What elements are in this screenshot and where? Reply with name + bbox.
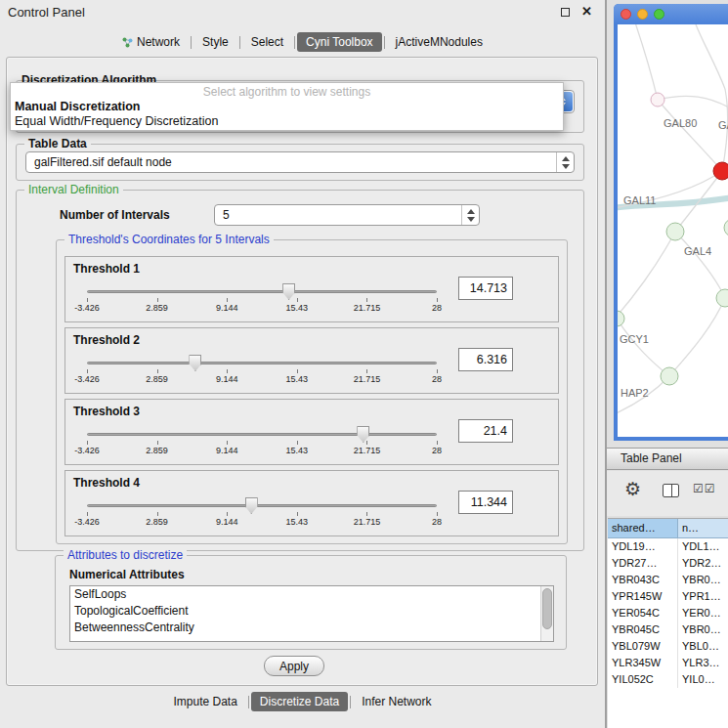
network-icon xyxy=(122,37,133,48)
network-node[interactable] xyxy=(724,219,728,236)
table-row[interactable]: YLR345WYLR3… xyxy=(608,655,728,671)
slider-track[interactable] xyxy=(87,433,437,436)
slider-tick xyxy=(366,512,367,516)
minimize-traffic-icon[interactable] xyxy=(637,9,648,20)
close-traffic-icon[interactable] xyxy=(621,9,631,20)
threshold-slider[interactable]: -3.4262.8599.14415.4321.71528 xyxy=(87,425,437,462)
tab-cyni-toolbox[interactable]: Cyni Toolbox xyxy=(297,32,381,52)
network-node-label: GCY1 xyxy=(620,333,649,345)
right-panel-area: GAL80GAGAL11GAL4GCY1HAP2 Table Panel ⚙ ☑… xyxy=(606,0,728,728)
slider-tick xyxy=(437,441,438,445)
tab-impute-data[interactable]: Impute Data xyxy=(164,692,245,711)
slider-tick-label: -3.426 xyxy=(74,374,100,384)
slider-tick-label: 28 xyxy=(432,374,442,384)
apply-button[interactable]: Apply xyxy=(264,656,324,676)
dropdown-option-equal-width-frequency-discretization[interactable]: Equal Width/Frequency Discretization xyxy=(11,114,563,129)
slider-tick-label: 9.144 xyxy=(216,446,238,455)
table-data-combobox[interactable]: galFiltered.sif default node xyxy=(25,151,575,173)
interval-definition-group-label: Interval Definition xyxy=(24,183,123,196)
attributes-group-label: Attributes to discretize xyxy=(64,548,187,562)
threshold-value-input[interactable]: 14.713 xyxy=(458,277,513,300)
network-view-window[interactable]: GAL80GAGAL11GAL4GCY1HAP2 xyxy=(614,4,728,441)
network-node[interactable] xyxy=(618,311,624,326)
table-header-row: shared… n… xyxy=(608,519,728,538)
threshold-slider[interactable]: -3.4262.8599.14415.4321.71528 xyxy=(87,282,437,320)
attributes-group: Attributes to discretize Numerical Attri… xyxy=(55,555,567,650)
slider-tick-label: 9.144 xyxy=(216,374,238,384)
list-item[interactable]: TopologicalCoefficient xyxy=(70,603,553,620)
network-node[interactable] xyxy=(713,162,728,180)
tab-select[interactable]: Select xyxy=(242,32,292,52)
slider-tick xyxy=(437,298,438,302)
tab-separator xyxy=(248,696,249,708)
select-columns-icon[interactable]: ☑☑ xyxy=(693,482,716,495)
threshold-value-input[interactable]: 11.344 xyxy=(458,491,513,514)
threshold-value-input[interactable]: 21.4 xyxy=(458,419,513,443)
network-node[interactable] xyxy=(651,93,664,107)
tab-jactivemnodules[interactable]: jActiveMNodules xyxy=(387,32,492,52)
slider-tick-label: 15.43 xyxy=(286,517,309,527)
tab-label: Style xyxy=(202,35,229,49)
table-row[interactable]: YBL079WYBL0… xyxy=(608,638,728,655)
slider-tick xyxy=(227,298,228,302)
column-header-name[interactable]: n… xyxy=(678,519,728,538)
slider-tick xyxy=(227,441,228,445)
table-cell: YBR0… xyxy=(678,621,728,638)
slider-tick xyxy=(87,298,88,302)
table-row[interactable]: YPR145WYPR1… xyxy=(608,588,728,605)
columns-icon[interactable] xyxy=(663,484,679,497)
column-header-shared[interactable]: shared… xyxy=(608,519,678,538)
float-window-icon[interactable] xyxy=(561,8,570,17)
table-data-group-label: Table Data xyxy=(24,137,91,150)
tab-separator xyxy=(294,36,295,49)
close-window-icon[interactable]: ✕ xyxy=(581,4,592,19)
tab-label: Discretize Data xyxy=(260,695,339,708)
zoom-traffic-icon[interactable] xyxy=(654,9,664,20)
table-panel-toolbar: ⚙ ☑☑ xyxy=(607,471,728,516)
network-node-label: HAP2 xyxy=(621,387,649,399)
threshold-slider[interactable]: -3.4262.8599.14415.4321.71528 xyxy=(87,496,437,534)
tab-network[interactable]: Network xyxy=(113,32,189,52)
tab-separator xyxy=(384,36,385,49)
network-canvas[interactable]: GAL80GAGAL11GAL4GCY1HAP2 xyxy=(618,24,728,437)
tab-label: Cyni Toolbox xyxy=(306,35,372,49)
table-data-combobox-value: galFiltered.sif default node xyxy=(34,152,552,172)
slider-track[interactable] xyxy=(87,362,437,364)
network-node[interactable] xyxy=(661,367,678,385)
table-row[interactable]: YIL052CYIL0… xyxy=(608,671,728,688)
number-of-intervals-combobox[interactable]: 5 xyxy=(214,204,480,226)
list-item[interactable]: BetweennessCentrality xyxy=(70,620,553,636)
combo-stepper-icon[interactable] xyxy=(556,152,574,172)
slider-tick xyxy=(87,441,88,445)
tab-infer-network[interactable]: Infer Network xyxy=(353,692,440,711)
list-item[interactable]: SelfLoops xyxy=(70,586,553,603)
tab-discretize-data[interactable]: Discretize Data xyxy=(251,692,348,711)
slider-track[interactable] xyxy=(87,290,437,293)
gear-icon[interactable]: ⚙ xyxy=(624,478,641,500)
scrollbar-thumb[interactable] xyxy=(542,588,552,629)
thresholds-group-label: Threshold's Coordinates for 5 Intervals xyxy=(64,233,274,246)
table-cell: YBR045C xyxy=(608,621,678,638)
table-row[interactable]: YDL19…YDL1… xyxy=(608,538,728,555)
table-row[interactable]: YBR045CYBR0… xyxy=(608,621,728,638)
thresholds-group: Threshold's Coordinates for 5 Intervals … xyxy=(56,239,568,544)
slider-thumb[interactable] xyxy=(282,283,295,300)
numerical-attributes-list[interactable]: SelfLoopsTopologicalCoefficientBetweenne… xyxy=(69,585,554,642)
dropdown-option-manual-discretization[interactable]: Manual Discretization xyxy=(11,100,563,114)
slider-track[interactable] xyxy=(87,504,437,507)
slider-tick-label: -3.426 xyxy=(74,446,100,455)
list-scrollbar[interactable] xyxy=(540,586,553,641)
table-row[interactable]: YER054CYER0… xyxy=(608,605,728,621)
threshold-value-input[interactable]: 6.316 xyxy=(458,348,513,371)
tab-style[interactable]: Style xyxy=(193,32,237,52)
threshold-slider[interactable]: -3.4262.8599.14415.4321.71528 xyxy=(87,354,437,391)
slider-tick-label: 28 xyxy=(432,446,442,455)
slider-thumb[interactable] xyxy=(245,497,258,514)
network-node[interactable] xyxy=(716,289,728,307)
slider-thumb[interactable] xyxy=(189,355,201,371)
combo-stepper-icon[interactable] xyxy=(461,205,479,225)
slider-tick-label: 21.715 xyxy=(354,374,381,384)
table-row[interactable]: YBR043CYBR0… xyxy=(608,572,728,588)
table-row[interactable]: YDR27…YDR2… xyxy=(608,555,728,572)
network-node[interactable] xyxy=(666,223,684,240)
